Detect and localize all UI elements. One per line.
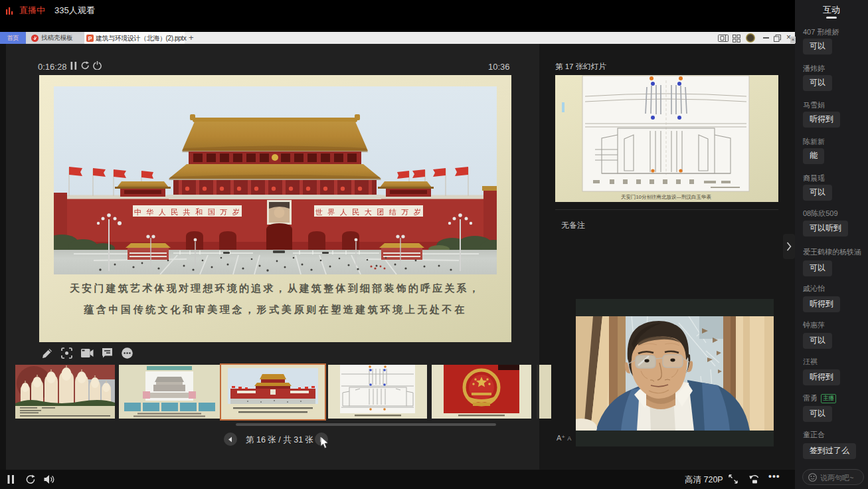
svg-text:天安门10分别往南北放设—刑汉白玉华表: 天安门10分别往南北放设—刑汉白玉华表 (621, 194, 711, 200)
svg-text:中华人民共和国万岁: 中华人民共和国万岁 (134, 208, 245, 216)
svg-text:世界人民大团结万岁: 世界人民大团结万岁 (315, 208, 426, 216)
svg-text:P: P (88, 35, 92, 41)
